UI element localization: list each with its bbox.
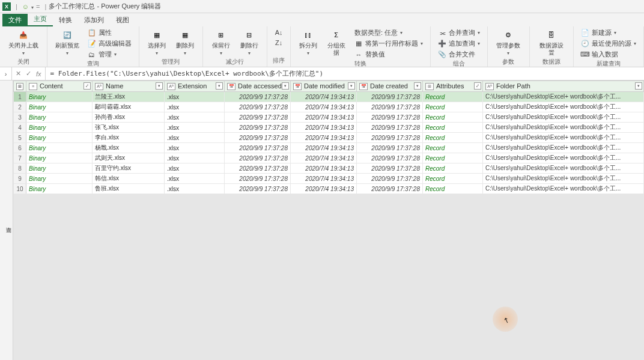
table-row[interactable]: 6Binary杨戬.xlsx.xlsx2020/9/9 17:37:282020…: [14, 143, 644, 153]
text-type-icon[interactable]: Aᴮ: [485, 83, 494, 90]
expand-btn[interactable]: ⤢: [474, 82, 481, 90]
filter-btn[interactable]: ▾: [348, 82, 355, 90]
choose-columns-button[interactable]: ▦ 选择列: [144, 28, 170, 58]
row-number[interactable]: 3: [14, 112, 26, 123]
cell-date-modified[interactable]: 2020/7/4 19:34:13: [291, 184, 357, 194]
record-type-icon[interactable]: ⊞: [425, 83, 434, 90]
column-header-date-accessed[interactable]: 📅Date accessed▾: [225, 81, 291, 92]
cell-name[interactable]: 孙尚香.xlsx: [93, 112, 165, 123]
cell-folder-path[interactable]: C:\Users\yahui\Desktop\Excel+ wordbook\多…: [483, 112, 644, 123]
cell-folder-path[interactable]: C:\Users\yahui\Desktop\Excel+ wordbook\多…: [483, 174, 644, 184]
cell-date-accessed[interactable]: 2020/9/9 17:37:28: [225, 184, 291, 194]
cell-date-modified[interactable]: 2020/7/4 19:34:13: [291, 92, 357, 102]
filter-btn[interactable]: ▾: [635, 82, 642, 90]
cell-folder-path[interactable]: C:\Users\yahui\Desktop\Excel+ wordbook\多…: [483, 153, 644, 163]
confirm-formula-button[interactable]: ✓: [26, 70, 31, 78]
formula-input[interactable]: = Folder.Files("C:\Users\yahui\Desktop\E…: [46, 69, 644, 78]
cell-date-accessed[interactable]: 2020/9/9 17:37:28: [225, 163, 291, 174]
tab-transform[interactable]: 转换: [53, 14, 78, 26]
tab-view[interactable]: 视图: [110, 14, 135, 26]
cell-content[interactable]: Binary: [26, 102, 93, 112]
cell-content[interactable]: Binary: [26, 174, 93, 184]
cell-extension[interactable]: .xlsx: [165, 133, 225, 143]
cell-date-accessed[interactable]: 2020/9/9 17:37:28: [225, 92, 291, 102]
cell-content[interactable]: Binary: [26, 163, 93, 174]
cell-date-accessed[interactable]: 2020/9/9 17:37:28: [225, 102, 291, 112]
split-column-button[interactable]: ⫿⫿ 拆分列: [296, 28, 320, 58]
cell-date-accessed[interactable]: 2020/9/9 17:37:28: [225, 133, 291, 143]
data-source-settings-button[interactable]: 🗄 数据源设置: [535, 28, 568, 58]
filter-btn[interactable]: ▾: [156, 82, 163, 90]
cell-attributes[interactable]: Record: [423, 184, 483, 194]
replace-values-button[interactable]: ↔替换值: [352, 49, 425, 59]
sort-desc-button[interactable]: Z↓: [272, 38, 285, 47]
cell-attributes[interactable]: Record: [423, 163, 483, 174]
cell-name[interactable]: 李白.xlsx: [93, 133, 165, 143]
row-number[interactable]: 1: [14, 92, 26, 102]
table-row[interactable]: 1Binary兰陵王.xlsx.xlsx2020/9/9 17:37:28202…: [14, 92, 644, 102]
cell-name[interactable]: 韩信.xlsx: [93, 174, 165, 184]
row-number[interactable]: 5: [14, 133, 26, 143]
cell-extension[interactable]: .xlsx: [165, 143, 225, 153]
cell-folder-path[interactable]: C:\Users\yahui\Desktop\Excel+ wordbook\多…: [483, 133, 644, 143]
new-source-button[interactable]: 📄新建源: [579, 28, 639, 38]
cell-date-modified[interactable]: 2020/7/4 19:34:13: [291, 153, 357, 163]
text-type-icon[interactable]: Aᴮ: [95, 83, 103, 90]
table-row[interactable]: 7Binary武则天.xlsx.xlsx2020/9/9 17:37:28202…: [14, 153, 644, 163]
cell-date-created[interactable]: 2020/9/9 17:37:28: [357, 133, 423, 143]
cell-date-modified[interactable]: 2020/7/4 19:34:13: [291, 102, 357, 112]
cell-attributes[interactable]: Record: [423, 112, 483, 123]
first-row-header-button[interactable]: ▦将第一行用作标题: [352, 38, 425, 49]
filter-btn[interactable]: ▾: [414, 82, 421, 90]
filter-btn[interactable]: ▾: [282, 82, 289, 90]
smiley-icon[interactable]: ☺: [22, 3, 29, 10]
row-number[interactable]: 4: [14, 123, 26, 133]
row-number[interactable]: 7: [14, 153, 26, 163]
column-header-date-modified[interactable]: 📅Date modified▾: [291, 81, 357, 92]
cell-name[interactable]: 百里守约.xlsx: [93, 163, 165, 174]
cell-date-modified[interactable]: 2020/7/4 19:34:13: [291, 174, 357, 184]
cell-date-accessed[interactable]: 2020/9/9 17:37:28: [225, 143, 291, 153]
cell-attributes[interactable]: Record: [423, 153, 483, 163]
cell-date-created[interactable]: 2020/9/9 17:37:28: [357, 163, 423, 174]
cell-attributes[interactable]: Record: [423, 92, 483, 102]
cell-date-created[interactable]: 2020/9/9 17:37:28: [357, 153, 423, 163]
cell-extension[interactable]: .xlsx: [165, 184, 225, 194]
cell-folder-path[interactable]: C:\Users\yahui\Desktop\Excel+ wordbook\多…: [483, 184, 644, 194]
combine-files-button[interactable]: 📎合并文件: [436, 49, 482, 59]
remove-columns-button[interactable]: ▦ 删除列: [172, 28, 198, 58]
cell-folder-path[interactable]: C:\Users\yahui\Desktop\Excel+ wordbook\多…: [483, 102, 644, 112]
table-row[interactable]: 4Binary张飞.xlsx.xlsx2020/9/9 17:37:282020…: [14, 123, 644, 133]
row-number[interactable]: 2: [14, 102, 26, 112]
cell-name[interactable]: 张飞.xlsx: [93, 123, 165, 133]
cell-date-created[interactable]: 2020/9/9 17:37:28: [357, 174, 423, 184]
datetime-type-icon[interactable]: 📅: [293, 83, 302, 90]
column-header-folder-path[interactable]: AᴮFolder Path▾: [483, 81, 644, 92]
cell-attributes[interactable]: Record: [423, 143, 483, 153]
column-header-content[interactable]: ≡Content⤢: [26, 81, 93, 92]
table-row[interactable]: 8Binary百里守约.xlsx.xlsx2020/9/9 17:37:2820…: [14, 163, 644, 174]
manage-parameters-button[interactable]: ⚙ 管理参数: [493, 28, 524, 58]
table-row[interactable]: 3Binary孙尚香.xlsx.xlsx2020/9/9 17:37:28202…: [14, 112, 644, 123]
properties-button[interactable]: 📋属性: [85, 28, 134, 38]
cell-content[interactable]: Binary: [26, 123, 93, 133]
cell-attributes[interactable]: Record: [423, 174, 483, 184]
cell-content[interactable]: Binary: [26, 92, 93, 102]
cell-name[interactable]: 鲁班.xlsx: [93, 184, 165, 194]
queries-collapsed-rail[interactable]: 查询: [0, 81, 13, 360]
cell-date-accessed[interactable]: 2020/9/9 17:37:28: [225, 153, 291, 163]
manage-button[interactable]: 🗂管理: [85, 49, 134, 59]
cell-name[interactable]: 杨戬.xlsx: [93, 143, 165, 153]
cell-date-created[interactable]: 2020/9/9 17:37:28: [357, 102, 423, 112]
cell-attributes[interactable]: Record: [423, 133, 483, 143]
table-row[interactable]: 10Binary鲁班.xlsx.xlsx2020/9/9 17:37:28202…: [14, 184, 644, 194]
cell-extension[interactable]: .xlsx: [165, 123, 225, 133]
cell-date-created[interactable]: 2020/9/9 17:37:28: [357, 92, 423, 102]
column-header-extension[interactable]: AᴮExtension▾: [165, 81, 225, 92]
row-number[interactable]: 6: [14, 143, 26, 153]
cell-extension[interactable]: .xlsx: [165, 163, 225, 174]
refresh-preview-button[interactable]: 🔄 刷新预览: [52, 28, 82, 58]
cell-folder-path[interactable]: C:\Users\yahui\Desktop\Excel+ wordbook\多…: [483, 92, 644, 102]
cell-date-created[interactable]: 2020/9/9 17:37:28: [357, 123, 423, 133]
cell-extension[interactable]: .xlsx: [165, 92, 225, 102]
